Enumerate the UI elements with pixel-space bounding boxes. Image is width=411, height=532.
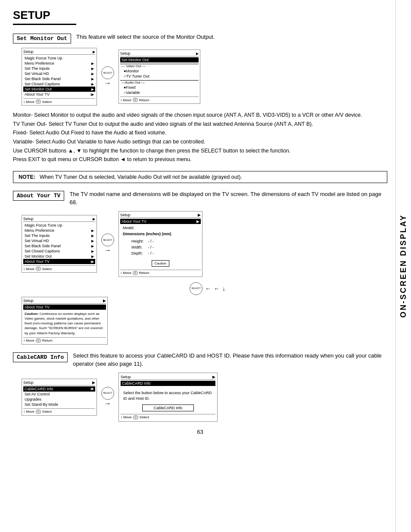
cablecard-button-wrap: CableCARD Info: [121, 404, 215, 411]
cablecard-diagram: Setup ▶ CableCARD Info↕▶ Set AV Control …: [22, 373, 387, 422]
cablecard-description: Select this feature to access your Cable…: [73, 352, 387, 368]
about-dimensions-table: Height:- / - Width:- / - Depth:- / -: [124, 238, 156, 257]
cablecard-right-subtitle: CableCARD Info: [121, 381, 215, 386]
monitor-out-body-text: Monitor- Select Monitor to output the au…: [13, 111, 387, 164]
menu-item-black-side: Set Black Side Panel▶: [23, 76, 95, 81]
about-right-footer: ↕ Move⊙Return: [120, 270, 201, 275]
menu-item-inputs: Set The Inputs▶: [23, 66, 95, 71]
about-menu-monitor: Set Monitor Out▶: [23, 254, 95, 259]
cablecard-menu-cablecard: CableCARD Info↕▶: [23, 386, 95, 392]
about-right-subtitle: About Your TV▶: [120, 219, 201, 224]
about-dimensions-header: Dimensions (Inches) (mm): [123, 232, 198, 236]
about-menu-inputs: Set The Inputs▶: [23, 233, 95, 238]
monitor-out-left-screen: Setup ▶ Magic Focus Tune Up Menu Prefere…: [22, 48, 97, 106]
caution-text: Caution: Continuous on-screen displays s…: [25, 311, 105, 336]
about-menu-virtual: Set Virtual HD▶: [23, 238, 95, 243]
cablecard-label: CableCARD Info: [13, 352, 68, 362]
about-tv-diagram-row1: Setup ▶ Magic Focus Tune Up Menu Prefere…: [22, 211, 387, 277]
set-monitor-out-label: Set Monitor Out: [13, 34, 71, 44]
arrow-connector-3: SELECT →: [101, 387, 114, 408]
about-menu-magic: Magic Focus Tune Up: [23, 223, 95, 228]
about-menu-closed: Set Closed Captions▶: [23, 249, 95, 254]
audio-out-header: —Audio Out —: [120, 80, 199, 84]
set-monitor-out-section: Set Monitor Out This feature will select…: [13, 33, 387, 164]
about-menu-about: About Your TV↕▶: [23, 259, 95, 264]
caution-button: Caution: [120, 258, 201, 268]
caution-box: Caution: [152, 260, 170, 267]
about-left-footer: ↕ Move⊙Select: [23, 265, 95, 271]
cablecard-right-screen: Setup ▶ CableCARD Info Select the button…: [118, 373, 218, 422]
arrow-connector-1: SELECT →: [101, 66, 114, 87]
select-button-2-icon: SELECT: [101, 233, 114, 246]
note-text: When TV Tuner Out is selected, Variable …: [40, 174, 242, 180]
about-menu-pref: Menu Preference▶: [23, 228, 95, 233]
cablecard-left-screen: Setup ▶ CableCARD Info↕▶ Set AV Control …: [22, 379, 97, 416]
set-monitor-out-description: This feature will select the source of t…: [76, 33, 387, 41]
arrow-connector-2: SELECT →: [101, 233, 114, 254]
menu-item-menu-pref: Menu Preference▶: [23, 61, 95, 66]
cablecard-body: Select the button below to access your C…: [123, 390, 213, 402]
select-button-icon: SELECT: [101, 66, 114, 79]
right-screen-subtitle: Set Monitor Out: [120, 57, 199, 62]
menu-item-monitor-out: Set Monitor Out▶: [23, 87, 95, 92]
note-label: NOTE:: [19, 174, 35, 180]
audio-fixed-option: ●Fixed: [120, 85, 199, 90]
select-button-4-icon: SELECT: [101, 387, 114, 400]
cablecard-info-button[interactable]: CableCARD Info: [142, 404, 194, 411]
caution-screen: Setup ▶ About Your TV Caution: Continuou…: [22, 297, 108, 345]
video-tv-tuner-option: ○TV Tuner Out: [120, 74, 199, 79]
menu-item-virtual: Set Virtual HD▶: [23, 71, 95, 76]
set-monitor-out-diagram: Setup ▶ Magic Focus Tune Up Menu Prefere…: [22, 48, 387, 106]
cablecard-menu-av: Set AV Control: [23, 392, 95, 397]
cablecard-section: CableCARD Info Select this feature to ac…: [13, 352, 387, 422]
sidebar-label: ON-SCREEN DISPLAY: [395, 0, 411, 532]
menu-item-about-tv: About Your TV↕▶: [23, 92, 95, 97]
video-out-header: — Video Out —: [120, 64, 199, 68]
about-your-tv-label: About Your TV: [13, 191, 64, 201]
caution-screen-subtitle: About Your TV: [23, 305, 106, 310]
about-tv-diagram-row2: Setup ▶ About Your TV Caution: Continuou…: [22, 297, 387, 345]
cablecard-menu-upgrades: Upgrades: [23, 397, 95, 402]
monitor-out-right-screen: Setup ▶ Set Monitor Out — Video Out — ●M…: [118, 50, 200, 104]
about-your-tv-description: The TV model name and dimensions will be…: [69, 190, 387, 207]
title-arrow-icon: ▶: [93, 50, 95, 54]
note-box: NOTE: When TV Tuner Out is selected, Var…: [13, 171, 387, 183]
audio-variable-option: ○Variable: [120, 90, 199, 95]
select-button-3-icon: SELECT: [190, 282, 202, 295]
right-screen-footer: ↕ Move⊙Return: [120, 96, 199, 102]
menu-item-closed-cap: Set Closed Captions▶: [23, 81, 95, 87]
about-tv-right-screen: Setup ▶ About Your TV▶ Model: Dimensions…: [118, 211, 202, 277]
page-title: SETUP: [13, 9, 76, 25]
cablecard-menu-standby: Set Stand-By Mode: [23, 402, 95, 407]
sidebar-text: ON-SCREEN DISPLAY: [399, 214, 408, 317]
video-monitor-option: ●Monitor: [120, 68, 199, 74]
cablecard-right-footer: ↕ Move⊙Select: [121, 414, 215, 420]
right-screen-title: Setup: [120, 51, 131, 56]
left-screen-title: Setup: [23, 50, 34, 54]
about-model: Model:: [123, 226, 198, 230]
about-menu-black: Set Black Side Panel▶: [23, 243, 95, 249]
about-your-tv-section: About Your TV The TV model name and dime…: [13, 190, 387, 345]
menu-item-magic: Magic Focus Tune Up: [23, 56, 95, 61]
mid-arrow-section: SELECT ← ← ↓: [22, 282, 387, 295]
page-number: 63: [13, 429, 387, 435]
left-screen-footer: ↕ Move⊙Select: [23, 98, 95, 104]
caution-screen-footer: ↕ Move⊙Return: [23, 337, 106, 343]
about-tv-left-screen: Setup ▶ Magic Focus Tune Up Menu Prefere…: [22, 215, 97, 273]
cablecard-left-footer: ↕ Move⊙Select: [23, 408, 95, 414]
